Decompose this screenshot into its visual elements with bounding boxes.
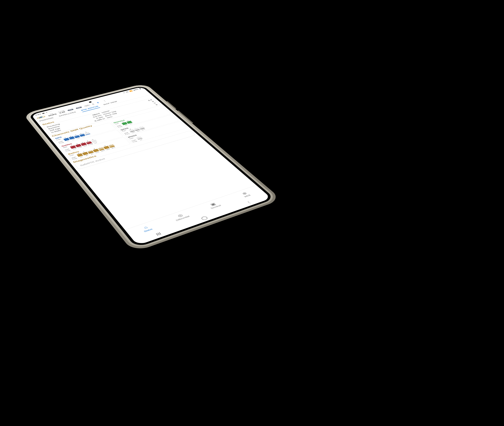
android-home-button[interactable]: ◯	[200, 215, 208, 221]
android-back-button[interactable]: 〈	[243, 200, 252, 205]
android-recents-button[interactable]: III	[155, 231, 162, 236]
